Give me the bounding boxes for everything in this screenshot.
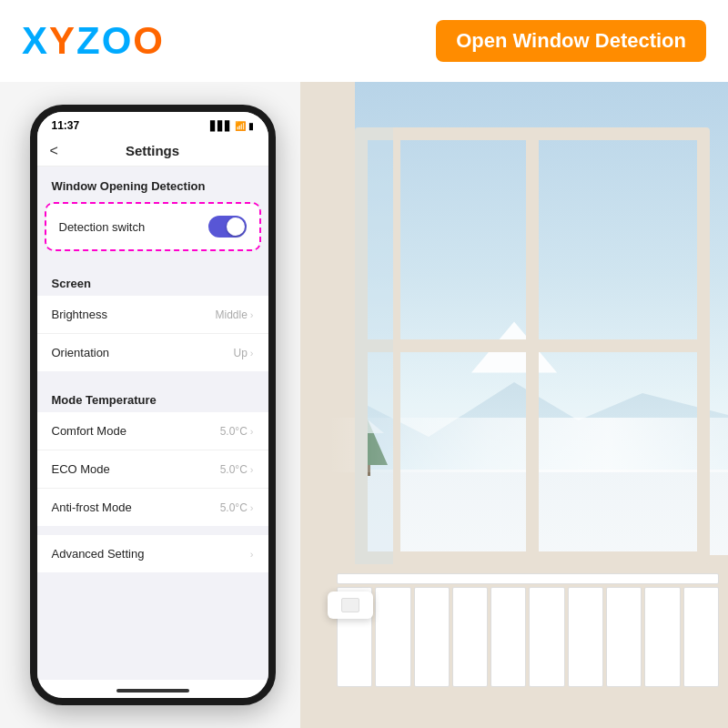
wall-bottom	[300, 555, 728, 728]
brightness-label: Brightness	[52, 308, 107, 321]
advanced-setting-chevron: ›	[250, 549, 254, 560]
phone-wrapper: 11:37 ▋▋▋ 📶 ▮ < Settings Window Opening …	[0, 82, 300, 728]
window-frame	[355, 127, 710, 564]
signal-icon: ▋▋▋	[210, 121, 232, 131]
detection-switch-highlight: Detection switch	[45, 202, 261, 251]
brightness-value: Middle ›	[215, 308, 253, 321]
fin-2	[375, 587, 410, 687]
window-open-panel	[355, 127, 400, 564]
detection-switch-label: Detection switch	[59, 220, 146, 234]
antifrost-mode-chevron: ›	[250, 502, 254, 513]
trv-screen	[341, 598, 359, 612]
fin-10	[683, 587, 719, 687]
spacer-3	[37, 526, 268, 535]
detection-switch-row[interactable]: Detection switch	[46, 204, 259, 249]
winter-scene-wrapper	[300, 82, 728, 728]
comfort-mode-label: Comfort Mode	[52, 424, 126, 438]
settings-content: Window Opening Detection Detection switc…	[37, 167, 268, 680]
status-icons: ▋▋▋ 📶 ▮	[210, 121, 254, 131]
antifrost-mode-row[interactable]: Anti-frost Mode 5.0°C ›	[37, 489, 268, 526]
screen-section-card: Brightness Middle › Orientation Up ›	[37, 296, 268, 371]
back-button[interactable]: <	[50, 143, 58, 159]
window-crossbar-vertical	[526, 127, 539, 564]
comfort-mode-row[interactable]: Comfort Mode 5.0°C ›	[37, 412, 268, 450]
wifi-icon: 📶	[235, 121, 246, 131]
comfort-mode-chevron: ›	[250, 426, 254, 437]
logo: XYZOO	[22, 19, 165, 63]
app-header: XYZOO Open Window Detection	[0, 0, 728, 82]
advanced-setting-row[interactable]: Advanced Setting ›	[37, 535, 268, 572]
section-header-window: Window Opening Detection	[37, 167, 268, 198]
main-content: 11:37 ▋▋▋ 📶 ▮ < Settings Window Opening …	[0, 82, 728, 728]
eco-mode-label: ECO Mode	[52, 462, 110, 476]
phone-mockup: 11:37 ▋▋▋ 📶 ▮ < Settings Window Opening …	[30, 105, 276, 705]
eco-mode-value: 5.0°C ›	[220, 463, 254, 476]
radiator-pipe-top	[337, 573, 719, 584]
home-indicator	[116, 689, 189, 693]
advanced-setting-label: Advanced Setting	[52, 547, 145, 561]
battery-icon: ▮	[248, 121, 254, 131]
fin-7	[568, 587, 603, 687]
winter-scene	[300, 82, 728, 728]
screen-title: Settings	[126, 143, 179, 158]
fin-4	[452, 587, 488, 687]
feature-badge: Open Window Detection	[436, 20, 706, 62]
orientation-chevron: ›	[250, 348, 254, 359]
spacer-1	[37, 255, 268, 264]
antifrost-mode-value: 5.0°C ›	[220, 501, 254, 514]
section-header-screen: Screen	[37, 264, 268, 296]
brightness-chevron: ›	[250, 309, 254, 320]
fin-3	[414, 587, 450, 687]
status-time: 11:37	[52, 119, 80, 132]
status-bar: 11:37 ▋▋▋ 📶 ▮	[37, 112, 268, 136]
advanced-setting-chevron-wrapper: ›	[250, 549, 254, 560]
app-navigation-bar: < Settings	[37, 136, 268, 167]
comfort-mode-value: 5.0°C ›	[220, 425, 254, 438]
fin-6	[529, 587, 564, 687]
fin-5	[490, 587, 526, 687]
brightness-row[interactable]: Brightness Middle ›	[37, 296, 268, 334]
spacer-2	[37, 371, 268, 380]
fin-9	[644, 587, 680, 687]
orientation-label: Orientation	[52, 346, 110, 359]
section-header-mode: Mode Temperature	[37, 380, 268, 412]
mode-section-card: Comfort Mode 5.0°C › ECO Mode 5.0°C ›	[37, 412, 268, 526]
orientation-value: Up ›	[233, 347, 253, 359]
radiator-fins	[337, 587, 719, 687]
radiator	[337, 573, 719, 701]
detection-toggle[interactable]	[208, 216, 247, 238]
advanced-section-card: Advanced Setting ›	[37, 535, 268, 572]
orientation-row[interactable]: Orientation Up ›	[37, 334, 268, 371]
eco-mode-chevron: ›	[250, 464, 254, 475]
toggle-knob	[227, 217, 245, 236]
antifrost-mode-label: Anti-frost Mode	[52, 500, 132, 514]
trv-device	[328, 592, 373, 619]
fin-8	[606, 587, 642, 687]
eco-mode-row[interactable]: ECO Mode 5.0°C ›	[37, 450, 268, 489]
